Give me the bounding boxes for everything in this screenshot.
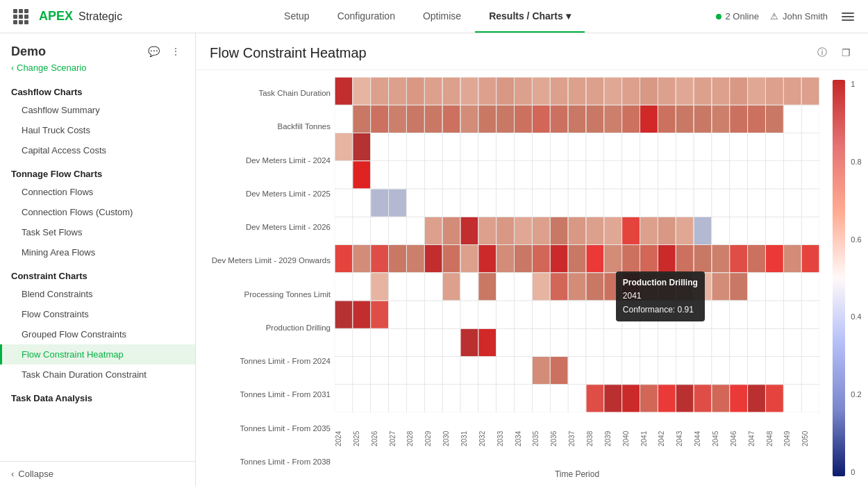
legend-label: 0.6 — [851, 235, 861, 244]
legend-labels: 10.80.60.40.20 — [848, 80, 861, 476]
legend-gradient — [833, 80, 845, 476]
x-label: 2040 — [622, 412, 640, 468]
sidebar-item-connection-flows[interactable]: Connection Flows — [0, 182, 195, 202]
user-name: John Smith — [783, 11, 828, 22]
x-label: 2045 — [712, 412, 730, 468]
chat-icon[interactable]: 💬 — [145, 43, 162, 60]
sidebar-item-flow-constraints[interactable]: Flow Constraints — [0, 304, 195, 324]
chevron-left-collapse-icon: ‹ — [11, 469, 14, 479]
x-label: 2027 — [389, 412, 407, 468]
online-badge: 2 Online — [716, 11, 759, 22]
grid-icon — [13, 9, 28, 24]
y-label: Tonnes Limit - From 2031 — [203, 390, 331, 400]
nav-configuration[interactable]: Configuration — [324, 1, 409, 33]
x-labels-row: 2024202520262027202820292030203120322033… — [335, 412, 819, 468]
sidebar-item-mining-area-flows[interactable]: Mining Area Flows — [0, 242, 195, 262]
section-cashflow-charts: Cashflow Charts — [0, 78, 195, 100]
main-content: Flow Constraint Heatmap ⓘ ❐ Task Chain D… — [196, 33, 868, 486]
x-label: 2044 — [694, 412, 712, 468]
logo-apex: APEX — [39, 9, 73, 24]
sidebar-item-task-chain-duration-constraint[interactable]: Task Chain Duration Constraint — [0, 364, 195, 385]
x-label: 2046 — [730, 412, 748, 468]
ham-line-1 — [842, 12, 854, 14]
y-label: Dev Meters Limit - 2025 — [203, 190, 331, 199]
chevron-left-icon: ‹ — [11, 63, 14, 73]
expand-icon[interactable]: ❐ — [837, 44, 854, 61]
x-label: 2050 — [801, 412, 819, 468]
y-label: Tonnes Limit - From 2035 — [203, 424, 331, 434]
project-title: Demo — [11, 44, 46, 59]
chart-title: Flow Constraint Heatmap — [210, 45, 367, 61]
y-label: Dev Meters Limit - 2029 Onwards — [203, 256, 331, 266]
nav-right: 2 Online ⚠ John Smith — [716, 10, 857, 24]
heatmap-svg-container: Production Drilling 2041 Conformance: 0.… — [335, 77, 819, 412]
legend-label: 0.2 — [851, 390, 861, 399]
chart-header-icons: ⓘ ❐ — [814, 44, 854, 61]
section-constraint-charts: Constraint Charts — [0, 262, 195, 284]
legend-area: 10.80.60.40.20 — [826, 77, 868, 479]
nav-optimise[interactable]: Optimise — [409, 1, 475, 33]
x-label: 2037 — [568, 412, 586, 468]
section-tonnage-flow-charts: Tonnage Flow Charts — [0, 160, 195, 182]
online-dot — [716, 14, 721, 19]
legend-label: 0.8 — [851, 158, 861, 166]
main-layout: Demo 💬 ⋮ ‹ Change Scenario Cashflow Char… — [0, 33, 868, 486]
section-task-data-analysis: Task Data Analysis — [0, 385, 195, 406]
y-label: Dev Meters Limit - 2026 — [203, 223, 331, 233]
y-label: Backfill Tonnes — [203, 122, 331, 132]
sidebar-item-flow-constraint-heatmap[interactable]: Flow Constraint Heatmap — [0, 344, 195, 364]
x-label: 2047 — [748, 412, 766, 468]
heatmap-y-labels: Task Chain DurationBackfill TonnesDev Me… — [203, 77, 335, 479]
legend-label: 1 — [851, 80, 861, 88]
y-label: Task Chain Duration — [203, 89, 331, 99]
sidebar-item-blend-constraints[interactable]: Blend Constraints — [0, 284, 195, 304]
x-label: 2028 — [406, 412, 424, 468]
x-label: 2048 — [766, 412, 784, 468]
x-label: 2039 — [604, 412, 622, 468]
x-label: 2049 — [783, 412, 801, 468]
y-label: Tonnes Limit - From 2024 — [203, 357, 331, 367]
x-label: 2038 — [586, 412, 604, 468]
sidebar-item-haul-truck-costs[interactable]: Haul Truck Costs — [0, 120, 195, 140]
x-label: 2030 — [442, 412, 460, 468]
logo-text: Strategic — [78, 10, 122, 23]
sidebar-item-connection-flows-custom[interactable]: Connection Flows (Custom) — [0, 202, 195, 222]
sidebar: Demo 💬 ⋮ ‹ Change Scenario Cashflow Char… — [0, 33, 196, 486]
sidebar-item-cashflow-summary[interactable]: Cashflow Summary — [0, 100, 195, 120]
x-label: 2042 — [658, 412, 676, 468]
hamburger-menu[interactable] — [839, 10, 857, 24]
user-icon: ⚠ — [770, 11, 778, 22]
x-label: 2025 — [353, 412, 371, 468]
sidebar-item-task-set-flows[interactable]: Task Set Flows — [0, 222, 195, 242]
change-scenario-link[interactable]: ‹ Change Scenario — [11, 62, 184, 73]
grid-menu-button[interactable] — [11, 7, 31, 26]
x-label: 2034 — [515, 412, 533, 468]
x-axis-title: Time Period — [335, 468, 819, 479]
collapse-button[interactable]: ‹ Collapse — [0, 461, 195, 486]
y-label: Processing Tonnes Limit — [203, 290, 331, 300]
sidebar-item-capital-access-costs[interactable]: Capital Access Costs — [0, 140, 195, 160]
y-label: Tonnes Limit - From 2038 — [203, 458, 331, 467]
sidebar-item-grouped-flow-constraints[interactable]: Grouped Flow Constraints — [0, 324, 195, 344]
x-label: 2032 — [478, 412, 496, 468]
ham-line-2 — [842, 16, 854, 17]
x-label: 2043 — [676, 412, 694, 468]
heatmap-wrapper: Task Chain DurationBackfill TonnesDev Me… — [196, 77, 826, 479]
chart-area: Task Chain DurationBackfill TonnesDev Me… — [196, 70, 868, 486]
online-count: 2 Online — [726, 11, 759, 22]
nav-links: Setup Configuration Optimise Results / C… — [144, 1, 710, 33]
more-options-icon[interactable]: ⋮ — [167, 43, 184, 60]
user-area[interactable]: ⚠ John Smith — [770, 11, 828, 22]
chart-header: Flow Constraint Heatmap ⓘ ❐ — [196, 33, 868, 70]
change-scenario-label: Change Scenario — [17, 62, 86, 73]
ham-line-3 — [842, 19, 854, 21]
nav-results-charts[interactable]: Results / Charts ▾ — [475, 1, 584, 33]
topnav: APEX Strategic Setup Configuration Optim… — [0, 0, 868, 33]
y-label: Dev Meters Limit - 2024 — [203, 156, 331, 166]
info-icon[interactable]: ⓘ — [814, 44, 831, 61]
x-label: 2026 — [371, 412, 389, 468]
x-label: 2035 — [532, 412, 550, 468]
x-label: 2033 — [496, 412, 515, 468]
nav-setup[interactable]: Setup — [270, 1, 324, 33]
sidebar-header: Demo 💬 ⋮ ‹ Change Scenario — [0, 33, 195, 78]
